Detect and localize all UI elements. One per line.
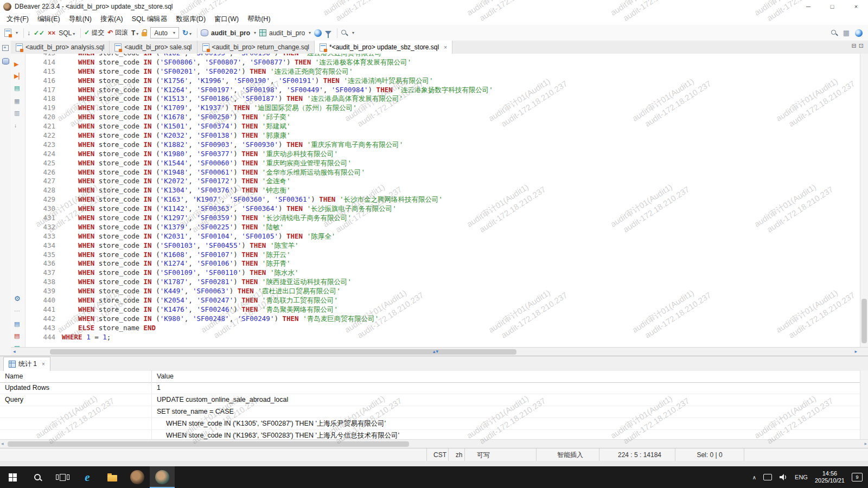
settings-gear-icon[interactable]: ⚙ [14, 296, 21, 302]
search-icon[interactable] [341, 29, 348, 36]
close-results-icon[interactable]: × [42, 361, 45, 367]
taskbar-search-button[interactable] [25, 466, 50, 488]
column-header-value[interactable]: Value [152, 370, 174, 382]
result-row[interactable]: QueryUPDATE custom_online_sale_abroad_lo… [0, 394, 860, 406]
editor-tab[interactable]: <audit_bi_pro> sale.sql [110, 41, 197, 54]
menu-item[interactable]: 编辑(E) [33, 13, 65, 25]
code-text[interactable]: WHEN store_code IN ('K2032', 'SF00138') … [62, 131, 290, 140]
code-text[interactable]: WHEN store_code IN ('K1756', 'K1996', 'S… [62, 76, 433, 86]
start-button[interactable] [0, 466, 25, 488]
horizontal-scrollbar-thumb[interactable] [50, 349, 516, 355]
refresh-dropdown[interactable]: ↻▾ [182, 29, 192, 37]
export-icon[interactable]: ↓ [14, 123, 17, 129]
panel-icon[interactable]: ▥ [14, 110, 20, 116]
taskbar-explorer-button[interactable] [100, 466, 125, 488]
menu-item[interactable]: 窗口(W) [210, 13, 243, 25]
action-center-icon[interactable]: 9 [852, 473, 863, 481]
speaker-icon[interactable] [779, 473, 788, 481]
task-view-button[interactable] [50, 466, 75, 488]
sash-handle-icon[interactable]: ▴▾ [433, 349, 439, 354]
script-doc-alert-icon[interactable]: ▤ [14, 332, 20, 339]
close-button[interactable]: × [844, 0, 868, 13]
code-text[interactable]: ELSE store_name END [62, 324, 156, 333]
results-horizontal-scrollbar[interactable]: ◂ ▸ [0, 439, 868, 448]
editor-area-controls[interactable]: ⊟⊡ [852, 42, 866, 49]
execute-script-icon[interactable]: ▶▏ [14, 73, 23, 79]
vertical-scrollbar[interactable] [860, 54, 868, 347]
code-text[interactable]: WHERE 1 = 1; [62, 333, 111, 342]
code-text[interactable]: WHEN store_code IN ('K1142', 'SF00363', … [62, 204, 397, 214]
database-navigator-icon[interactable] [2, 58, 9, 65]
code-text[interactable]: WHEN store_code IN ('K163', 'K1907', 'SF… [62, 195, 443, 204]
statistics-tab[interactable]: 统计 1 × [3, 357, 50, 371]
results-hscroll-thumb[interactable] [8, 441, 409, 447]
code-text[interactable]: WHEN store_code IN ('K1501', 'SF00374') … [62, 122, 290, 131]
taskbar-clock[interactable]: 14:56 2025/10/21 [815, 470, 845, 484]
fetch-icon[interactable]: ↓ [27, 29, 30, 37]
editor-tab[interactable]: *<audit_bi_pro> update_sbz_store.sql× [315, 41, 452, 54]
execute-statement-icon[interactable]: ▶ [14, 61, 18, 67]
code-text[interactable]: WHEN store_code IN ('K1709', 'K1937') TH… [62, 104, 357, 113]
vertical-scrollbar-thumb[interactable] [861, 299, 867, 343]
code-text[interactable]: WHEN store_code IN ('K1379', 'SF00225') … [62, 223, 284, 232]
code-text[interactable]: WHEN store_code IN ('SF00109', 'SF00110'… [62, 268, 298, 278]
scroll-left-icon[interactable]: ◂ [1, 441, 4, 446]
code-text[interactable]: WHEN store_code IN ('K2072', 'SF00172') … [62, 177, 290, 186]
filter-icon[interactable] [325, 31, 331, 35]
taskbar-app2-button-active[interactable] [150, 466, 175, 488]
code-text[interactable]: WHEN store_code IN ('K1297', 'SF00359') … [62, 214, 352, 223]
editor-tab[interactable]: <audit_bi_pro> analysis.sql [11, 41, 110, 54]
code-text[interactable]: WHEN store_code IN ('SF00806', 'SF00807'… [62, 58, 411, 67]
menu-item[interactable]: SQL 编辑器 [127, 13, 172, 25]
tray-expand-icon[interactable]: ∧ [752, 474, 756, 480]
scroll-right-icon[interactable]: ▸ [864, 441, 867, 446]
menu-item[interactable]: 数据库(D) [171, 13, 210, 25]
device-icon[interactable] [763, 474, 772, 480]
result-row[interactable]: Updated Rows1 [0, 382, 860, 394]
script-doc-icon[interactable]: ▤ [14, 320, 20, 327]
code-text[interactable]: WHEN store_code IN ('K2031', 'SF00104', … [62, 232, 335, 241]
result-row[interactable]: SET store_name = CASE [0, 406, 860, 418]
schema-select[interactable]: audit_bi_pro▾ [259, 29, 311, 37]
rollback-button[interactable]: ↶ 回滚 [108, 28, 128, 37]
transaction-log-dropdown[interactable]: T▾ [131, 29, 138, 37]
code-text[interactable]: WHEN store_code IN ('SF00103', 'SF00455'… [62, 241, 298, 251]
code-text[interactable]: WHEN store_code IN ('K162', 'SF00195', '… [62, 54, 386, 58]
commit-button[interactable]: ✓ 提交 [84, 28, 104, 37]
lock-icon[interactable] [142, 32, 147, 36]
code-text[interactable]: WHEN store_code IN ('K1980', 'SF00377') … [62, 150, 338, 159]
code-text[interactable]: WHEN store_code IN ('K1948', 'SF00061') … [62, 168, 365, 177]
minimize-button[interactable]: ─ [796, 0, 820, 13]
close-tab-icon[interactable]: × [444, 44, 447, 50]
code-text[interactable]: WHEN store_code IN ('K1304', 'SF00376') … [62, 186, 290, 195]
code-text[interactable]: WHEN store_code IN ('K1513', 'SF00186', … [62, 94, 403, 104]
status-caret-position[interactable]: 224 : 5 : 14184 [599, 448, 680, 461]
restore-view-icon[interactable] [2, 45, 9, 51]
more-icon[interactable]: ⋯ [14, 307, 20, 314]
code-text[interactable]: WHEN store_code IN ('K1476', 'SF00246') … [62, 305, 338, 314]
menu-item[interactable]: 搜索(A) [96, 13, 127, 25]
code-text[interactable]: WHEN store_code IN ('SF00201', 'SF00202'… [62, 67, 353, 76]
perspective-grid-icon[interactable]: ▦ [843, 29, 850, 37]
explain-plan-icon[interactable]: ▤ [14, 85, 20, 91]
code-text[interactable]: WHEN store_code IN ('K1678', 'SF00250') … [62, 113, 290, 122]
taskbar-ie-button[interactable]: e [75, 466, 100, 488]
results-vertical-scrollbar[interactable] [860, 370, 868, 439]
maximize-button[interactable]: □ [820, 0, 844, 13]
taskbar-app1-button[interactable] [125, 466, 150, 488]
code-text[interactable]: WHEN store_code IN ('K1544', 'SF00060') … [62, 159, 352, 168]
code-text[interactable]: WHEN store_code IN ('K1274', 'SF00106') … [62, 259, 290, 268]
horizontal-scrollbar[interactable]: ◂ ▴▾ ▸ [11, 347, 868, 356]
menu-item[interactable]: 帮助(H) [243, 13, 275, 25]
code-text[interactable]: WHEN store_code IN ('K2054', 'SF00247') … [62, 296, 338, 305]
code-text[interactable]: WHEN store_code IN ('K449', 'SF00063') T… [62, 287, 341, 296]
commit-check-icon[interactable]: ✓✓ [34, 29, 44, 37]
scroll-left-icon[interactable]: ◂ [13, 349, 16, 354]
grid-icon[interactable]: ▦ [14, 98, 20, 104]
database-select[interactable]: audit_bi_pro▾ [201, 29, 256, 37]
code-text[interactable]: WHEN store_code IN ('K980', 'SF00248', '… [62, 314, 379, 324]
sql-dropdown[interactable]: SQL▾ [59, 29, 75, 37]
new-sql-editor-icon[interactable] [4, 29, 11, 37]
menu-item[interactable]: 文件(F) [2, 13, 33, 25]
community-icon[interactable] [855, 29, 863, 37]
